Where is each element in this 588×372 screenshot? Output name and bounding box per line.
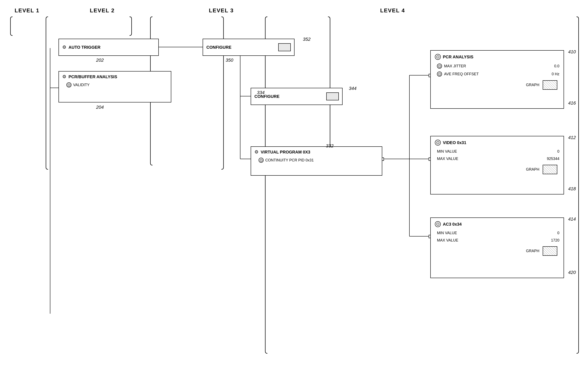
- configure-mid-label: CONFIGURE: [254, 94, 324, 99]
- pcr-graph-label: GRAPH: [526, 83, 539, 87]
- pcr-analysis-label: PCR ANALYSIS: [443, 55, 473, 59]
- pcr-buffer-label: PCR/BUFFER ANALYSIS: [69, 75, 117, 79]
- ac3-min-key: MIN VALUE: [437, 231, 557, 235]
- ave-freq-value: 0 Hz: [552, 72, 559, 76]
- pcr-buffer-ref: 204: [96, 105, 104, 110]
- auto-trigger-node: ⚙ AUTO TRIGGER: [59, 39, 159, 56]
- ac3-max-value: 1720: [551, 238, 559, 242]
- gear-icon-validity: ⊙: [66, 82, 72, 88]
- video-max-key: MAX VALUE: [437, 157, 547, 161]
- continuity-label: CONTINUITY PCR PID 0x31: [265, 158, 314, 163]
- gear-icon-video: ⊙: [435, 140, 441, 145]
- configure-top-node: CONFIGURE: [203, 39, 294, 56]
- ac3-ref-graph: 420: [568, 270, 576, 275]
- configure-mid-ref-node: 334: [257, 90, 265, 95]
- configure-mid-ref-thumb: 344: [349, 86, 357, 91]
- pcr-analysis-box: ⊙ PCR ANALYSIS ⊙ MAX JITTER 0.0 ⊙ AVE FR…: [430, 50, 564, 109]
- ac3-ref-box: 414: [568, 216, 576, 222]
- gear-icon-max-jitter: ⊙: [437, 64, 442, 69]
- ac3-label: AC3 0x34: [443, 222, 462, 227]
- configure-top-thumb: [278, 43, 291, 51]
- auto-trigger-ref: 202: [96, 57, 104, 63]
- gear-icon-ac3: ⊙: [435, 221, 441, 227]
- ave-freq-key: AVE FREQ OFFSET: [444, 72, 552, 76]
- gear-icon-auto-trigger: ⚙: [62, 44, 66, 50]
- diagram: LEVEL 1 LEVEL 2 LEVEL 3 LEVEL 4 ⚙ AUTO T…: [0, 0, 588, 372]
- level4-label: LEVEL 4: [380, 7, 405, 14]
- max-jitter-key: MAX JITTER: [444, 64, 554, 68]
- ac3-graph-label: GRAPH: [526, 249, 539, 253]
- ac3-max-key: MAX VALUE: [437, 238, 551, 242]
- ac3-graph-thumb[interactable]: [543, 246, 557, 256]
- configure-top-ref-node: 350: [226, 57, 233, 63]
- level1-label: LEVEL 1: [15, 7, 40, 14]
- pcr-graph-thumb[interactable]: [543, 80, 557, 90]
- validity-label: VALIDITY: [73, 83, 90, 87]
- configure-top-label: CONFIGURE: [206, 45, 276, 50]
- video-max-value: 925344: [547, 157, 559, 161]
- virtual-program-ref: 332: [326, 143, 334, 149]
- video-ref-graph: 418: [568, 186, 576, 192]
- video-min-value: 0: [557, 149, 559, 154]
- virtual-program-node: ⚙ VIRTUAL PROGRAM 0X3 ⊙ CONTINUITY PCR P…: [251, 146, 382, 176]
- configure-top-ref-thumb: 352: [303, 37, 311, 42]
- video-label: VIDEO 0x31: [443, 140, 466, 145]
- gear-icon-pcr-buffer: ⚙: [62, 74, 66, 79]
- auto-trigger-label: AUTO TRIGGER: [69, 45, 100, 50]
- virtual-program-label: VIRTUAL PROGRAM 0X3: [261, 150, 310, 154]
- max-jitter-value: 0.0: [554, 64, 559, 68]
- configure-mid-thumb: [326, 92, 339, 100]
- video-min-key: MIN VALUE: [437, 149, 557, 154]
- gear-icon-ave-freq: ⊙: [437, 72, 442, 77]
- level3-label: LEVEL 3: [209, 7, 234, 14]
- video-ref-box: 412: [568, 135, 576, 140]
- pcr-analysis-ref-box: 410: [568, 49, 576, 55]
- video-box: ⊙ VIDEO 0x31 MIN VALUE 0 MAX VALUE 92534…: [430, 136, 564, 195]
- gear-icon-pcr-analysis: ⊙: [435, 54, 441, 60]
- ac3-box: ⊙ AC3 0x34 MIN VALUE 0 MAX VALUE 1720 GR…: [430, 218, 564, 278]
- gear-icon-continuity: ⊙: [259, 158, 264, 163]
- video-graph-label: GRAPH: [526, 167, 539, 172]
- pcr-analysis-ref-graph: 416: [568, 100, 576, 106]
- ac3-min-value: 0: [557, 231, 559, 235]
- pcr-buffer-node: ⚙ PCR/BUFFER ANALYSIS ⊙ VALIDITY: [59, 71, 171, 102]
- gear-icon-virtual: ⚙: [254, 149, 259, 155]
- video-graph-thumb[interactable]: [543, 165, 557, 174]
- level2-label: LEVEL 2: [90, 7, 115, 14]
